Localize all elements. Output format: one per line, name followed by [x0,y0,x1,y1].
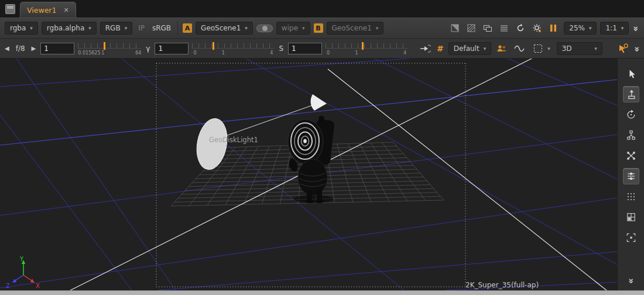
orange-pointer-icon[interactable] [616,42,630,56]
alpha-channel-label: rgba.alpha [47,24,84,32]
viewer-side-toolbar: » [617,59,644,290]
tick-label: 64 [135,50,141,56]
zoom-dropdown[interactable]: 25% ▾ [564,22,597,35]
checkerboard-icon[interactable] [448,21,462,35]
sidebar-expand-chevrons-icon[interactable]: » [625,277,636,284]
input-process-label: Default [454,44,479,53]
tab-viewer1[interactable]: Viewer1 ✕ [20,2,76,18]
channel-dropdown-label: rgba [10,24,26,32]
gamma-symbol: γ [145,44,151,53]
gamma-input[interactable]: 1 [155,43,189,54]
gain-slider-handle[interactable] [104,42,105,50]
axis-z-label: Z [6,283,10,289]
pause-icon[interactable] [546,21,560,35]
window-icon[interactable] [5,4,15,14]
input-process-toggle[interactable]: IP [136,24,147,32]
rotate-tool[interactable] [623,107,639,123]
viewer-display-icons [448,21,560,35]
view-select-dropdown[interactable]: 3D ▾ [557,42,602,55]
gear-icon[interactable] [530,21,544,35]
input-b-badge: B [314,23,323,33]
gamma-slider-handle[interactable] [213,42,214,50]
toolbar2-expand-chevrons-icon[interactable]: » [632,45,642,52]
input-a-label: GeoScene1 [201,24,241,32]
tick-label: 4 [270,50,273,56]
tick-label: 1 [355,50,358,56]
display-style-dropdown[interactable]: RGB ▾ [100,22,132,35]
3d-viewport[interactable]: GeoDiskLight1 [0,59,617,290]
tick-label: 1 [222,50,225,56]
grid-display-tool[interactable] [623,188,639,205]
gain-slider[interactable]: 0.015625 1 64 [78,40,141,57]
chevron-down-icon: ▾ [376,25,379,31]
ab-wipe-toggle[interactable] [256,25,273,32]
aperture-label: f/8 [14,44,27,53]
chevron-down-icon: ▾ [594,46,597,52]
viewer-toolbar-top: rgba ▾ rgba.alpha ▾ RGB ▾ IP sRGB A GeoS… [0,18,644,39]
input-process-dropdown[interactable]: Default ▾ [448,42,491,55]
input-b-dropdown[interactable]: GeoScene1 ▾ [327,22,384,35]
viewport-layout-tool[interactable] [623,209,639,225]
safe-zones-icon[interactable]: # [436,44,445,53]
pixel-aspect-label: 1:1 [605,24,616,32]
input-a-badge: A [183,23,192,33]
input-b-label: GeoScene1 [332,24,372,32]
3d-model[interactable] [287,116,335,203]
gain-input[interactable]: 1 [40,43,74,54]
saturation-input[interactable]: 1 [288,43,322,54]
viewer-window: Viewer1 ✕ rgba ▾ rgba.alpha ▾ RGB ▾ IP s… [0,0,644,295]
saturation-slider[interactable]: 0 1 4 [326,40,407,57]
selection-mode-dropdown[interactable]: ▾ [530,42,553,55]
wipe-mode-dropdown[interactable]: wipe ▾ [276,22,310,35]
scene-graph-tool[interactable] [623,127,639,143]
chevron-down-icon: ▾ [125,25,128,31]
overlay-windows-icon[interactable] [481,21,495,35]
slider-groove [326,48,407,49]
channel-dropdown[interactable]: rgba ▾ [5,22,38,35]
tab-bar: Viewer1 ✕ [0,0,644,18]
toolbar-expand-chevrons-icon[interactable]: » [631,25,641,32]
frame-all-tool[interactable] [623,229,639,246]
scanlines-icon[interactable] [497,21,511,35]
chevron-down-icon: ▾ [30,25,33,31]
axis-gizmo: Y X Z [6,256,40,289]
wipe-mode-label: wipe [282,24,298,32]
tick-label: 0.015625 [78,50,100,56]
disk-light[interactable] [193,116,231,171]
connect-tool[interactable] [623,148,639,164]
alpha-channel-dropdown[interactable]: rgba.alpha ▾ [42,22,97,35]
translate-tool[interactable] [623,86,639,102]
select-tool[interactable] [623,66,639,82]
light-label: GeoDiskLight1 [209,136,258,144]
format-label: 2K_Super_35(full-ap) [465,281,539,289]
pixel-aspect-dropdown[interactable]: 1:1 ▾ [600,22,629,35]
saturation-slider-handle[interactable] [362,42,364,50]
gain-step-up-icon[interactable]: ▶ [30,45,37,52]
frustum-lines [70,59,607,290]
chevron-down-icon: ▾ [88,25,91,31]
light-cone[interactable] [311,94,327,111]
axis-x-label: X [36,283,40,289]
gain-step-down-icon[interactable]: ◀ [4,45,11,52]
tab-label: Viewer1 [27,6,56,15]
people-icon[interactable] [495,42,509,56]
gamma-slider[interactable]: 0 1 4 [192,40,274,57]
display-style-label: RGB [105,24,121,32]
axis-y-label: Y [19,256,24,262]
tick-label: 0 [327,50,330,56]
chevron-down-icon: ▾ [302,25,305,31]
viewer-lut-dropdown[interactable]: sRGB [150,24,173,32]
stripes-icon[interactable] [464,21,478,35]
input-a-dropdown[interactable]: GeoScene1 ▾ [196,22,253,35]
slider-groove [78,48,141,49]
tick-label: 4 [403,50,406,56]
chevron-down-icon: ▾ [484,46,487,52]
tab-close-icon[interactable]: ✕ [63,6,68,14]
refresh-icon[interactable] [513,21,527,35]
wave-icon[interactable] [512,42,526,56]
slider-groove [192,48,274,49]
scene-light-icon[interactable] [418,42,432,56]
align-bars-tool[interactable] [623,168,639,184]
toggle-knob-icon [262,26,268,31]
viewer-toolbar-bottom: ◀ f/8 ▶ 1 0.015625 1 64 γ 1 0 1 4 S 1 0 [0,39,644,59]
